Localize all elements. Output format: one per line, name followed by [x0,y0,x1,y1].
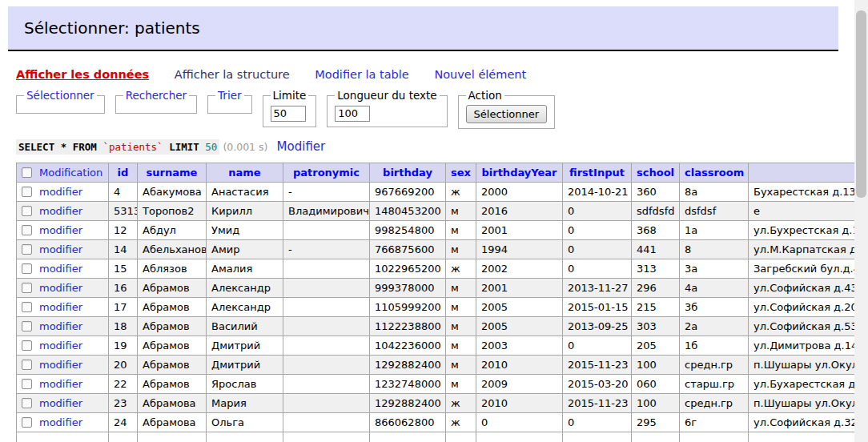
select-submit-button[interactable]: Sélectionner [466,105,548,123]
modification-cell: modifier [17,221,109,240]
modifier-link[interactable]: modifier [39,282,82,294]
modifier-link[interactable]: modifier [39,224,82,236]
col-header-birthdayYear[interactable]: birthdayYear [476,163,563,183]
modifier-link[interactable]: modifier [39,378,82,390]
col-header-birthday[interactable]: birthday [370,163,446,183]
sql-table-name: `patients` [102,141,163,153]
modifier-link[interactable]: modifier [39,186,82,198]
row-checkbox[interactable] [22,225,32,235]
limit-input[interactable] [271,106,306,122]
cell-birthday: 866062800 [370,413,446,432]
row-checkbox[interactable] [22,263,32,274]
cell-address: ул.Софийская д.32 [749,413,868,432]
modifier-link[interactable]: modifier [39,397,82,409]
cell-patronymic [283,394,370,413]
cell-birthday: 1292882400 [370,356,446,375]
row-checkbox[interactable] [22,379,32,389]
modification-cell: modifier [17,279,109,298]
modifier-link[interactable]: modifier [39,301,82,313]
cell-patronymic: - [283,183,370,202]
cell-firstInput: 2013-09-25 [563,317,632,336]
row-checkbox[interactable] [22,302,32,312]
modification-cell: modifier [17,240,109,259]
results-table: Modification id surname name patronymic … [16,163,868,442]
cell-school: 313 [632,259,680,279]
cell-patronymic [283,259,370,279]
col-header-name[interactable]: name [207,163,283,183]
sort-link[interactable]: Trier [218,89,241,102]
col-header-sex[interactable]: sex [446,163,476,183]
col-header-classroom[interactable]: classroom [680,163,749,183]
row-checkbox[interactable] [22,340,32,351]
cell-school: 360 [632,183,680,202]
text-length-input[interactable] [335,106,370,122]
modifier-link[interactable]: modifier [39,320,82,332]
nav-show-data-link[interactable]: Afficher les données [16,68,149,81]
col-header-firstInput[interactable]: firstInput [563,163,632,183]
cell-firstInput: 0 [563,202,632,221]
fieldset-text-length: Longueur du texte [327,89,447,127]
cell-sex: м [446,279,476,298]
nav-new-item-link[interactable]: Nouvel élément [434,68,526,81]
row-checkbox[interactable] [22,321,32,332]
search-link[interactable]: Rechercher [126,89,187,102]
cell-name: Мария [207,394,283,413]
select-columns-link[interactable]: Sélectionner [26,89,94,102]
row-checkbox[interactable] [22,187,32,197]
cell-firstInput: 0 [563,413,632,432]
cell-sex: ж [446,413,476,432]
cell-name: Амир [207,240,283,259]
select-all-checkbox[interactable] [22,167,32,178]
cell-address: ул.Софийская д.20 [749,298,868,317]
table-row: modifier 23 Абрамова Мария 1292882400 ж … [17,394,868,413]
cell-school: 205 [632,336,680,356]
modifier-link[interactable]: modifier [39,416,82,428]
col-header-id[interactable]: id [109,163,138,183]
query-time: (0.001 s) [223,141,267,153]
table-row: modifier 19 Абрамов Дмитрий 1042236000 м… [17,336,868,356]
cell-patronymic [283,221,370,240]
row-checkbox[interactable] [22,360,32,370]
cell-school: 100 [632,356,680,375]
nav-show-structure-link[interactable]: Afficher la structure [175,68,290,81]
row-checkbox[interactable] [22,398,32,408]
cell-address: ул.Софийская д.43 [749,279,868,298]
modifier-link[interactable]: modifier [39,263,82,275]
row-checkbox[interactable] [22,206,32,216]
cell-sex: м [446,375,476,394]
cell-classroom: 8а [680,183,749,202]
cell-surname: Абрамов [138,336,207,356]
row-checkbox[interactable] [22,417,32,428]
modifier-link[interactable]: modifier [39,340,82,352]
sql-edit-link[interactable]: Modifier [277,139,326,154]
modifier-link[interactable]: modifier [39,359,82,371]
cell-birthday: 999378000 [370,279,446,298]
modifier-link[interactable]: modifier [39,243,82,255]
cell-classroom: 4а [680,279,749,298]
vertical-scrollbar[interactable] [854,0,868,442]
nav-alter-table-link[interactable]: Modifier la table [315,68,409,81]
partial-row [17,432,868,442]
cell-classroom: средн.гр [680,356,749,375]
cell-firstInput: 2014-10-21 [563,183,632,202]
col-header-surname[interactable]: surname [138,163,207,183]
cell-id: 24 [109,413,138,432]
cell-id: 5313 [109,202,138,221]
col-header-patronymic[interactable]: patronymic [283,163,370,183]
sql-query-line: SELECT * FROM `patients` LIMIT 50(0.001 … [16,139,868,154]
modification-header-link[interactable]: Modification [39,167,102,179]
table-row: modifier 4 Абакумова Анастасия - 9676692… [17,183,868,202]
modifier-link[interactable]: modifier [39,205,82,217]
cell-birthdayYear: 2016 [476,202,563,221]
col-header-school[interactable]: school [632,163,680,183]
cell-sex: м [446,356,476,375]
row-checkbox[interactable] [22,244,32,255]
cell-address: п.Шушары ул.Окул [749,394,868,413]
row-checkbox[interactable] [22,283,32,293]
cell-classroom: 6г [680,413,749,432]
col-header-address[interactable]: address [749,163,868,183]
cell-birthdayYear: 2001 [476,279,563,298]
scrollbar-thumb[interactable] [856,10,866,198]
cell-school: 100 [632,394,680,413]
cell-birthday: 1105999200 [370,298,446,317]
